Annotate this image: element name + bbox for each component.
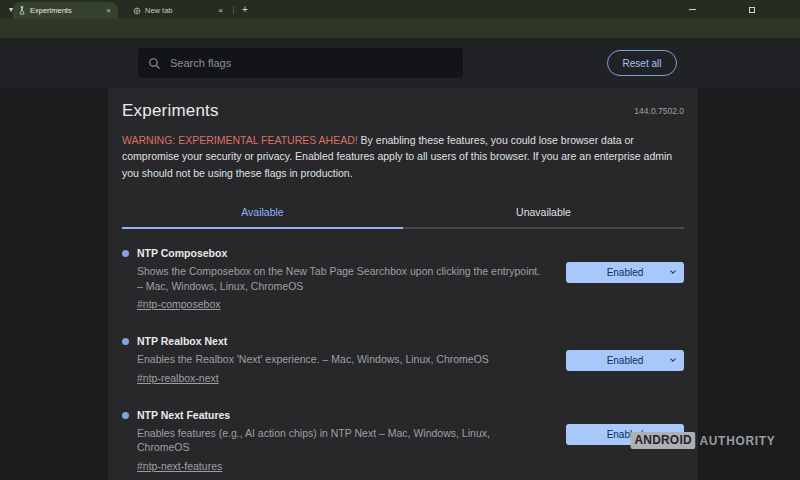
flag-name: NTP Realbox Next <box>137 335 544 347</box>
flag-status-dot <box>122 412 129 419</box>
flags-search-toolbar: Reset all <box>0 38 800 88</box>
search-icon <box>148 57 161 70</box>
globe-icon <box>133 7 141 15</box>
page-title: Experiments <box>122 101 219 121</box>
tab-title: Experiments <box>30 6 100 15</box>
tab-available[interactable]: Available <box>122 198 403 229</box>
close-icon[interactable]: × <box>216 6 225 15</box>
experimental-warning: WARNING: EXPERIMENTAL FEATURES AHEAD! By… <box>122 132 684 181</box>
reset-all-button[interactable]: Reset all <box>607 50 677 76</box>
plus-icon: + <box>242 4 248 15</box>
watermark-authority: AUTHORITY <box>700 434 776 448</box>
chevron-down-icon <box>670 356 676 362</box>
content-column: Experiments 144.0.7502.0 WARNING: EXPERI… <box>108 88 698 480</box>
browser-tab-new-tab[interactable]: New tab × <box>128 2 230 19</box>
flask-icon <box>18 6 26 15</box>
browser-toolbar: ← → Chrome chrome://flags ☆ <box>0 19 800 38</box>
flag-status-dot <box>122 338 129 345</box>
flag-row: NTP Next Features Enables features (e.g.… <box>122 409 684 474</box>
select-value: Enabled <box>607 355 644 366</box>
close-icon[interactable]: × <box>104 6 113 15</box>
flag-description: Enables features (e.g., AI action chips)… <box>137 426 544 455</box>
page-background: Experiments 144.0.7502.0 WARNING: EXPERI… <box>0 88 800 480</box>
search-input[interactable] <box>170 57 453 69</box>
browser-tab-experiments[interactable]: Experiments × <box>13 2 118 19</box>
flag-permalink[interactable]: #ntp-realbox-next <box>137 372 219 384</box>
tab-unavailable[interactable]: Unavailable <box>403 198 684 229</box>
flag-description: Enables the Realbox 'Next' experience. –… <box>137 352 544 366</box>
flag-value-select[interactable]: Enabled <box>566 262 684 283</box>
tab-strip: ▾ Experiments × New tab × + <box>0 0 800 19</box>
flag-row: NTP Realbox Next Enables the Realbox 'Ne… <box>122 335 684 385</box>
maximize-icon <box>749 7 755 13</box>
search-box[interactable] <box>138 48 463 78</box>
flag-name: NTP Next Features <box>137 409 544 421</box>
flag-name: NTP Composebox <box>137 247 544 259</box>
watermark-android: ANDROID <box>631 432 696 449</box>
flag-row: NTP Composebox Shows the Composebox on t… <box>122 247 684 312</box>
version-number: 144.0.7502.0 <box>634 106 684 116</box>
android-authority-watermark: ANDROID AUTHORITY <box>631 432 776 449</box>
tab-title: New tab <box>145 6 212 15</box>
chevron-down-icon <box>670 268 676 274</box>
flag-description: Shows the Composebox on the New Tab Page… <box>137 264 544 293</box>
flag-permalink[interactable]: #ntp-next-features <box>137 460 222 472</box>
new-tab-button[interactable]: + <box>238 3 252 16</box>
window-minimize-button[interactable] <box>680 0 704 19</box>
warning-highlight: WARNING: EXPERIMENTAL FEATURES AHEAD! <box>122 134 358 146</box>
flag-value-select[interactable]: Enabled <box>566 350 684 371</box>
flag-status-dot <box>122 250 129 257</box>
availability-tabs: Available Unavailable <box>122 198 684 229</box>
select-value: Enabled <box>607 267 644 278</box>
window-maximize-button[interactable] <box>740 0 764 19</box>
minimize-icon <box>689 9 696 10</box>
tab-separator <box>233 6 234 14</box>
flag-permalink[interactable]: #ntp-composebox <box>137 298 220 310</box>
